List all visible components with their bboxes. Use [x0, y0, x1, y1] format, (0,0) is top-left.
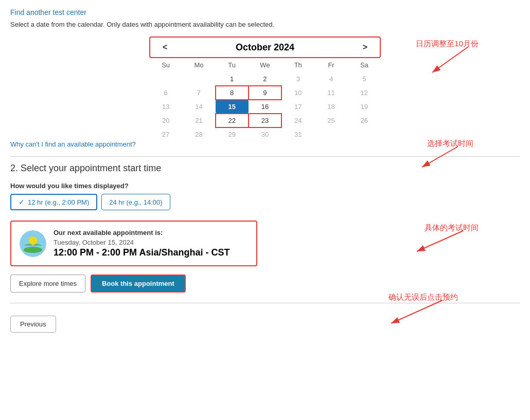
calendar-day-cell: 18	[314, 100, 347, 114]
check-icon: ✓	[19, 198, 25, 206]
calendar-day-header: Su	[149, 58, 182, 72]
24hr-button[interactable]: 24 hr (e.g., 14:00)	[101, 194, 170, 210]
calendar-day-cell: 13	[149, 100, 182, 114]
appointment-date: Tuesday, October 15, 2024	[54, 239, 229, 246]
12hr-button[interactable]: ✓ 12 hr (e.g., 2:00 PM)	[10, 194, 97, 210]
prev-month-button[interactable]: <	[158, 42, 171, 53]
calendar-day-cell: 6	[149, 86, 182, 100]
appointment-details: Our next available appointment is: Tuesd…	[54, 229, 229, 258]
calendar-day-cell: 28	[182, 127, 215, 141]
calendar-container: < October 2024 > SuMoTuWeThFrSa 12345678…	[149, 36, 381, 141]
appointment-annotation-container: 具体的考试时间	[412, 226, 479, 263]
calendar-day-cell: 27	[149, 127, 182, 141]
svg-point-6	[29, 236, 37, 245]
calendar-day-cell: 7	[182, 86, 215, 100]
appointment-card: Our next available appointment is: Tuesd…	[10, 221, 257, 266]
calendar-day-header: Tu	[216, 58, 249, 72]
calendar-week-row: 2728293031	[149, 127, 381, 141]
next-month-button[interactable]: >	[359, 42, 372, 53]
calendar-day-cell[interactable]: 15	[216, 100, 249, 114]
why-cant-find-link[interactable]: Why can't I find an available appointmen…	[10, 140, 520, 148]
calendar-day-header: We	[249, 58, 281, 72]
calendar-day-cell[interactable]: 23	[249, 114, 281, 127]
calendar-grid: SuMoTuWeThFrSa 1234567891011121314151617…	[149, 58, 381, 141]
calendar-day-cell: 4	[314, 72, 347, 86]
calendar-body: 1234567891011121314151617181920212223242…	[149, 72, 381, 141]
calendar-day-cell[interactable]: 9	[249, 86, 281, 100]
calendar-day-cell: 17	[281, 100, 314, 114]
calendar-day-cell: 19	[348, 100, 381, 114]
calendar-day-cell	[314, 127, 347, 141]
appointment-time: 12:00 PM - 2:00 PM Asia/Shanghai - CST	[54, 247, 229, 258]
24hr-label: 24 hr (e.g., 14:00)	[109, 198, 162, 206]
calendar-nav: < October 2024 >	[149, 36, 381, 58]
calendar-week-row: 13141516171819	[149, 100, 381, 114]
12hr-label: 12 hr (e.g., 2:00 PM)	[28, 198, 89, 206]
confirm-annotation: 确认无误后点击预约	[388, 293, 458, 302]
calendar-header-row: SuMoTuWeThFrSa	[149, 58, 381, 72]
instruction-text: Select a date from the calendar. Only da…	[10, 21, 520, 28]
next-available-label: Our next available appointment is:	[54, 229, 229, 236]
calendar-week-row: 12345	[149, 72, 381, 86]
time-format-buttons: ✓ 12 hr (e.g., 2:00 PM) 24 hr (e.g., 14:…	[10, 194, 520, 210]
action-buttons: Explore more times Book this appointment	[10, 275, 520, 293]
calendar-arrow-svg	[417, 42, 479, 83]
calendar-day-cell: 10	[281, 86, 314, 100]
previous-button[interactable]: Previous	[10, 316, 56, 333]
calendar-day-cell: 3	[281, 72, 314, 86]
location-icon	[20, 230, 46, 257]
calendar-day-cell: 26	[348, 114, 381, 127]
calendar-day-cell	[149, 72, 182, 86]
calendar-day-header: Sa	[348, 58, 381, 72]
calendar-day-cell	[182, 72, 215, 86]
find-test-center-link[interactable]: Find another test center	[10, 8, 86, 16]
divider-1	[10, 156, 520, 157]
explore-times-button[interactable]: Explore more times	[10, 275, 85, 293]
calendar-annotation: 日历调整至10月份	[416, 39, 479, 49]
divider-2	[10, 303, 520, 303]
calendar-day-cell[interactable]: 16	[249, 100, 281, 114]
calendar-day-cell: 12	[348, 86, 381, 100]
calendar-day-cell[interactable]: 8	[216, 86, 249, 100]
calendar-day-cell: 30	[249, 127, 281, 141]
calendar-day-cell[interactable]: 1	[216, 72, 249, 86]
calendar-day-header: Fr	[314, 58, 347, 72]
calendar-week-row: 6789101112	[149, 86, 381, 100]
calendar-week-row: 20212223242526	[149, 114, 381, 127]
time-display-label: How would you like times displayed?	[10, 182, 520, 190]
section-2-title: 2. Select your appointment start time	[10, 163, 520, 174]
book-appointment-button[interactable]: Book this appointment	[91, 275, 186, 293]
svg-point-5	[24, 247, 42, 253]
appointment-annotation: 具体的考试时间	[425, 223, 479, 233]
calendar-day-cell[interactable]: 22	[216, 114, 249, 127]
calendar-day-cell: 20	[149, 114, 182, 127]
calendar-day-cell: 21	[182, 114, 215, 127]
appointment-arrow-svg	[412, 226, 479, 262]
calendar-day-cell: 14	[182, 100, 215, 114]
svg-line-1	[432, 47, 468, 72]
calendar-day-cell: 25	[314, 114, 347, 127]
calendar-section: < October 2024 > SuMoTuWeThFrSa 12345678…	[10, 36, 520, 141]
calendar-day-header: Mo	[182, 58, 215, 72]
calendar-day-cell: 11	[314, 86, 347, 100]
calendar-day-cell	[348, 127, 381, 141]
appointment-icon	[20, 230, 46, 257]
calendar-day-cell: 24	[281, 114, 314, 127]
svg-line-8	[417, 231, 463, 251]
calendar-day-header: Th	[281, 58, 314, 72]
calendar-day-cell: 31	[281, 127, 314, 141]
calendar-day-cell[interactable]: 2	[249, 72, 281, 86]
calendar-month-label: October 2024	[236, 42, 294, 53]
calendar-day-cell: 5	[348, 72, 381, 86]
calendar-day-cell: 29	[216, 127, 249, 141]
bottom-section: Previous	[10, 303, 520, 333]
